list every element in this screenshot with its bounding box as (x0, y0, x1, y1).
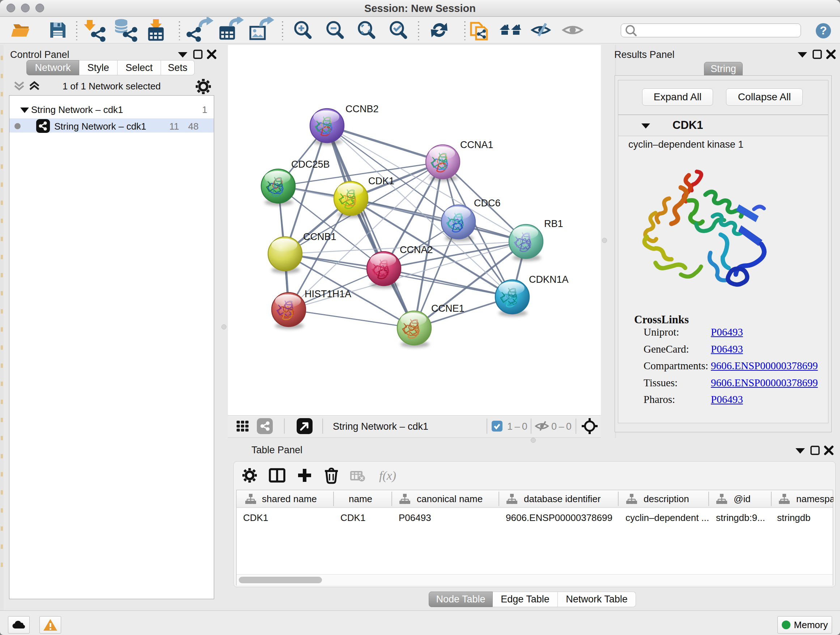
svg-text:9606.ENSP00000378699: 9606.ENSP00000378699 (506, 512, 613, 523)
svg-text:CDK1: CDK1 (340, 512, 365, 523)
svg-text:name: name (349, 494, 372, 504)
svg-text:CCNE1: CCNE1 (431, 303, 464, 314)
svg-text:String Network – cdk1: String Network – cdk1 (333, 421, 428, 432)
svg-text:RB1: RB1 (544, 218, 563, 229)
svg-text:namespac: namespac (796, 494, 834, 504)
svg-text:CCNA2: CCNA2 (400, 244, 433, 255)
svg-text:0 – 0: 0 – 0 (551, 421, 572, 432)
svg-text:CCNB2: CCNB2 (346, 103, 379, 114)
svg-text:CDC6: CDC6 (474, 198, 501, 209)
svg-text:canonical name: canonical name (417, 494, 483, 504)
svg-text:?: ? (820, 24, 827, 37)
svg-text:description: description (644, 494, 689, 504)
svg-text:shared name: shared name (262, 494, 317, 504)
svg-text:CCNB1: CCNB1 (303, 231, 336, 242)
svg-text:cyclin–dependent ...: cyclin–dependent ... (625, 512, 709, 523)
svg-text:CDC25B: CDC25B (291, 159, 330, 170)
svg-text:stringdb: stringdb (777, 512, 811, 523)
svg-text:CDKN1A: CDKN1A (529, 274, 569, 285)
svg-text:f(x): f(x) (379, 469, 396, 483)
svg-text:database identifier: database identifier (524, 494, 601, 504)
svg-text:@id: @id (734, 494, 751, 504)
svg-text:HIST1H1A: HIST1H1A (305, 288, 351, 299)
svg-text:CDK1: CDK1 (368, 176, 394, 187)
svg-text:P06493: P06493 (399, 512, 431, 523)
svg-text:CCNA1: CCNA1 (460, 139, 493, 150)
svg-text:CDK1: CDK1 (243, 512, 268, 523)
svg-text:1 – 0: 1 – 0 (507, 421, 527, 432)
svg-text:stringdb:9...: stringdb:9... (716, 512, 765, 523)
